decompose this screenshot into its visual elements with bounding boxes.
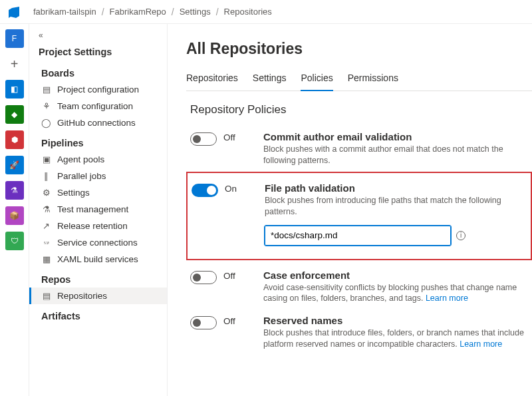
sidebar-item-project-config[interactable]: ▤Project configuration [29, 81, 167, 98]
tab-settings[interactable]: Settings [253, 70, 287, 91]
policy-title: Commit author email validation [263, 131, 524, 142]
sidebar-item-agentpools[interactable]: ▣Agent pools [29, 151, 167, 168]
tab-policies[interactable]: Policies [301, 70, 332, 91]
sidebar-item-label: Service connections [57, 238, 138, 248]
sidebar-item-parallel[interactable]: ‖Parallel jobs [29, 168, 167, 184]
panel-title: Repository Policies [190, 103, 532, 116]
toggle-state: On [225, 184, 237, 194]
tab-permissions[interactable]: Permissions [348, 70, 398, 91]
crumb-project[interactable]: FabrikamRepo [110, 7, 166, 17]
flask-icon: ⚗ [41, 204, 51, 214]
project-icon: ▤ [41, 85, 51, 95]
section-boards: Boards [29, 61, 167, 81]
sidebar-item-label: Project configuration [57, 85, 139, 95]
rail-test-icon[interactable]: ◆ [5, 105, 24, 124]
toggle-state: Off [223, 316, 235, 326]
sidebar-item-label: XAML build services [57, 254, 138, 264]
section-artifacts: Artifacts [29, 304, 167, 324]
collapse-icon[interactable]: « [29, 31, 167, 40]
toggle-reserved[interactable] [190, 316, 217, 329]
sidebar-item-label: Team configuration [57, 101, 133, 111]
xaml-icon: ▦ [41, 254, 51, 264]
crumb-settings[interactable]: Settings [180, 7, 211, 17]
section-pipelines: Pipelines [29, 131, 167, 151]
sidebar-item-label: Repositories [57, 291, 107, 301]
sidebar: « Project Settings Boards ▤Project confi… [29, 24, 168, 396]
rail-project-icon[interactable]: F [5, 29, 24, 48]
crumb-sep: / [172, 7, 174, 17]
rail-boards-icon[interactable]: ◧ [5, 80, 24, 99]
section-repos: Repos [29, 268, 167, 288]
policy-reserved: Off Reserved names Block pushes that int… [186, 309, 532, 355]
crumb-sep: / [216, 7, 219, 17]
filepath-pattern-input[interactable] [265, 226, 451, 246]
team-icon: ⚘ [41, 101, 51, 111]
parallel-icon: ‖ [41, 171, 51, 181]
toggle-case[interactable] [190, 271, 217, 284]
policy-case: Off Case enforcement Avoid case-sensitiv… [186, 264, 532, 310]
sidebar-item-label: Parallel jobs [57, 171, 106, 181]
repo-icon: ▤ [41, 291, 51, 301]
sidebar-item-team-config[interactable]: ⚘Team configuration [29, 98, 167, 114]
toggle-state: Off [223, 132, 235, 142]
policy-desc: Block pushes that introduce files, folde… [263, 327, 524, 350]
rail-pipelines-icon[interactable]: 🚀 [5, 156, 24, 174]
rail-artifacts-icon[interactable]: 📦 [5, 206, 24, 225]
sidebar-item-label: Test management [57, 204, 128, 214]
gear-icon: ⚙ [41, 188, 51, 198]
toggle-filepath[interactable] [192, 184, 218, 197]
sidebar-item-settings[interactable]: ⚙Settings [29, 184, 167, 201]
policy-desc: Avoid case-sensitivity conflicts by bloc… [263, 282, 524, 305]
breadcrumb-bar: fabrikam-tailspin / FabrikamRepo / Setti… [0, 0, 532, 24]
page-title: All Repositories [186, 40, 532, 58]
toggle-email[interactable] [190, 132, 217, 146]
info-icon[interactable]: i [456, 231, 466, 240]
main-panel: All Repositories Repositories Settings P… [168, 24, 532, 396]
sidebar-heading: Project Settings [29, 43, 167, 61]
crumb-repos[interactable]: Repositories [224, 7, 272, 17]
sidebar-item-testmgmt[interactable]: ⚗Test management [29, 201, 167, 218]
agent-icon: ▣ [41, 154, 51, 164]
learn-more-link[interactable]: Learn more [426, 294, 468, 303]
policy-title: Reserved names [263, 315, 524, 326]
rail-shield-icon[interactable]: 🛡 [5, 232, 24, 250]
plug-icon: ⎃ [41, 238, 51, 248]
sidebar-item-label: Release retention [57, 221, 128, 231]
left-rail: F + ◧ ◆ ⬢ 🚀 ⚗ 📦 🛡 [0, 24, 29, 396]
rail-repos-icon[interactable]: ⬢ [5, 130, 24, 149]
learn-more-link[interactable]: Learn more [460, 339, 502, 349]
tab-repositories[interactable]: Repositories [186, 70, 238, 91]
tabs: Repositories Settings Policies Permissio… [186, 70, 532, 91]
crumb-org[interactable]: fabrikam-tailspin [33, 7, 96, 17]
policy-title: File path validation [265, 182, 523, 194]
azure-devops-logo [7, 5, 21, 19]
policy-desc: Block pushes from introducing file paths… [265, 195, 523, 218]
github-icon: ◯ [41, 118, 51, 128]
rail-testplans-icon[interactable]: ⚗ [5, 181, 24, 200]
sidebar-item-label: Agent pools [57, 154, 104, 164]
sidebar-item-xaml[interactable]: ▦XAML build services [29, 251, 167, 268]
rocket-icon: ↗ [41, 221, 51, 231]
sidebar-item-label: GitHub connections [57, 118, 136, 128]
policy-email: Off Commit author email validation Block… [186, 126, 532, 172]
rail-add-icon[interactable]: + [5, 55, 24, 73]
sidebar-item-label: Settings [57, 188, 90, 198]
sidebar-item-release[interactable]: ↗Release retention [29, 218, 167, 234]
policy-filepath: On File path validation Block pushes fro… [186, 172, 532, 260]
policy-title: Case enforcement [263, 270, 524, 281]
crumb-sep: / [102, 7, 104, 17]
sidebar-item-repositories[interactable]: ▤Repositories [29, 288, 167, 304]
sidebar-item-servconn[interactable]: ⎃Service connections [29, 234, 167, 251]
toggle-state: Off [223, 271, 235, 281]
policy-desc: Block pushes with a commit author email … [263, 144, 524, 166]
sidebar-item-github[interactable]: ◯GitHub connections [29, 114, 167, 131]
